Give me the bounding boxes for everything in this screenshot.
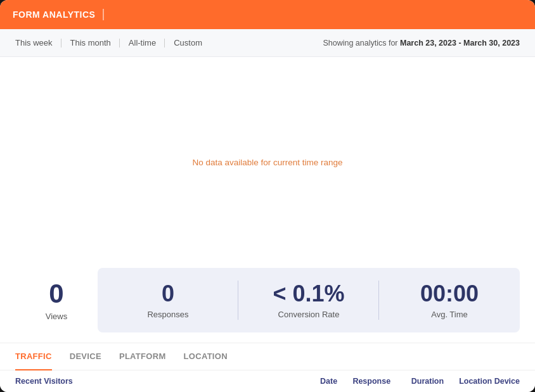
tab-location[interactable]: LOCATION bbox=[184, 343, 228, 370]
tab-traffic[interactable]: TRAFFIC bbox=[15, 343, 52, 370]
no-data-message: No data available for current time range bbox=[192, 158, 342, 167]
time-filter-bar: This week This month All-time Custom Sho… bbox=[0, 29, 535, 57]
col-recent-visitors: Recent Visitors bbox=[15, 377, 299, 386]
stat-avg-time: 00:00 Avg. Time bbox=[379, 268, 520, 332]
views-label: Views bbox=[46, 312, 67, 321]
responses-value: 0 bbox=[162, 281, 174, 307]
responses-label: Responses bbox=[147, 310, 188, 319]
chart-area: No data available for current time range bbox=[0, 57, 535, 268]
col-response: Response bbox=[352, 377, 390, 386]
tab-device[interactable]: DEVICE bbox=[70, 343, 101, 370]
stat-views: 0 Views bbox=[15, 268, 98, 332]
filter-this-week[interactable]: This week bbox=[15, 29, 61, 57]
col-location-device: Location Device bbox=[459, 377, 520, 386]
date-range-value: March 23, 2023 - March 30, 2023 bbox=[400, 39, 520, 47]
showing-prefix: Showing analytics for bbox=[323, 39, 400, 47]
time-filters: This week This month All-time Custom bbox=[15, 29, 211, 57]
avg-time-label: Avg. Time bbox=[431, 310, 468, 319]
app-title: FORM ANALYTICS bbox=[13, 9, 95, 20]
stats-row: 0 Views 0 Responses < 0.1% Conversion Ra… bbox=[0, 268, 535, 343]
app-container: FORM ANALYTICS This week This month All-… bbox=[0, 0, 535, 392]
conversion-label: Conversion Rate bbox=[278, 310, 340, 319]
views-value: 0 bbox=[49, 279, 63, 308]
table-header: Recent Visitors Date Response Duration L… bbox=[0, 370, 535, 392]
avg-time-value: 00:00 bbox=[420, 281, 479, 307]
header-divider bbox=[103, 9, 104, 20]
stat-responses: 0 Responses bbox=[98, 268, 238, 332]
stats-box: 0 Responses < 0.1% Conversion Rate 00:00… bbox=[98, 268, 520, 332]
filter-custom[interactable]: Custom bbox=[165, 29, 211, 57]
col-date: Date bbox=[299, 377, 337, 386]
col-duration: Duration bbox=[406, 377, 444, 386]
filter-this-month[interactable]: This month bbox=[61, 29, 120, 57]
filter-all-time[interactable]: All-time bbox=[120, 29, 165, 57]
date-range-display: Showing analytics for March 23, 2023 - M… bbox=[323, 39, 520, 47]
conversion-value: < 0.1% bbox=[273, 281, 344, 307]
tabs-row: TRAFFIC DEVICE PLATFORM LOCATION bbox=[0, 343, 535, 370]
stat-conversion: < 0.1% Conversion Rate bbox=[238, 268, 379, 332]
tab-platform[interactable]: PLATFORM bbox=[119, 343, 166, 370]
table-right-cols: Date Response Duration Location Device bbox=[299, 377, 520, 386]
header: FORM ANALYTICS bbox=[0, 0, 535, 29]
